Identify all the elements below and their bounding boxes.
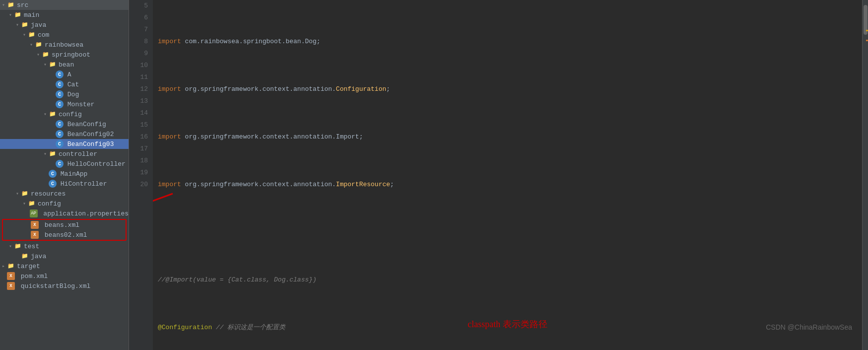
sidebar-item-java-test[interactable]: 📁 java <box>0 251 129 261</box>
keyword-import: import <box>158 179 185 191</box>
sidebar-item-label: MainApp <box>61 170 88 178</box>
sidebar-item-config[interactable]: ▾ 📁 config <box>0 109 129 119</box>
sidebar-item-com[interactable]: ▾ 📁 com <box>0 30 129 40</box>
expand-arrow: ▾ <box>42 62 49 68</box>
code-line-9 <box>158 226 862 238</box>
expand-arrow: ▾ <box>42 111 49 117</box>
class-icon: C <box>56 160 64 168</box>
sidebar-item-label: Cat <box>67 81 79 88</box>
sidebar-item-HiController[interactable]: C HiController <box>0 179 129 189</box>
arrow-annotation <box>153 184 222 253</box>
xml-icon: X <box>31 221 39 229</box>
code-line-10: //@Import(value = {Cat.class, Dog.class}… <box>158 274 862 286</box>
sidebar-item-label: BeanConfig <box>67 121 106 128</box>
keyword-import: import <box>158 36 185 48</box>
class-icon: C <box>49 170 57 178</box>
sidebar-item-label: HiController <box>61 180 107 188</box>
code-text: ; <box>386 83 390 95</box>
properties-icon: AP <box>30 210 38 217</box>
sidebar-item-label: rainbowsea <box>45 41 83 49</box>
sidebar-item-bean[interactable]: ▾ 📁 bean <box>0 60 129 70</box>
class-icon: C <box>56 120 64 128</box>
xml-icon: X <box>7 272 15 280</box>
sidebar-item-quickstart-xml[interactable]: X quickstartBlog.xml <box>0 281 129 291</box>
line-num-17: 17 <box>129 143 148 155</box>
sidebar-item-application-properties[interactable]: AP application.properties <box>0 209 129 218</box>
expand-arrow: ▾ <box>7 243 14 249</box>
line-num-7: 7 <box>129 24 148 36</box>
sidebar-item-src[interactable]: ▾ 📁 src <box>0 0 129 10</box>
sidebar-item-label: controller <box>59 150 97 158</box>
sidebar-item-Monster[interactable]: C Monster <box>0 99 129 109</box>
line-num-13: 13 <box>129 95 148 107</box>
sidebar-item-label: Monster <box>67 101 95 108</box>
sidebar-item-HelloController[interactable]: C HelloController <box>0 159 129 169</box>
sidebar-item-label: pom.xml <box>21 273 48 280</box>
class-icon: C <box>49 180 57 188</box>
line-num-12: 12 <box>129 83 148 95</box>
sidebar-item-BeanConfig02[interactable]: C BeanConfig02 <box>0 129 129 139</box>
sidebar-item-label: config <box>59 111 82 118</box>
class-icon: C <box>56 70 64 78</box>
line-numbers: 5 6 7 8 9 10 11 12 13 14 15 16 17 18 19 … <box>129 0 153 350</box>
sidebar-item-controller[interactable]: ▾ 📁 controller <box>0 149 129 159</box>
sidebar-item-A[interactable]: C A <box>0 70 129 79</box>
sidebar-item-label: A <box>67 71 71 78</box>
line-num-16: 16 <box>129 131 148 143</box>
sidebar-item-rainbowsea[interactable]: ▾ 📁 rainbowsea <box>0 40 129 50</box>
sidebar-item-label: BeanConfig03 <box>67 140 114 148</box>
sidebar-item-Cat[interactable]: C Cat <box>0 79 129 89</box>
sidebar-item-label: springboot <box>52 51 90 59</box>
sidebar-item-main[interactable]: ▾ 📁 main <box>0 10 129 20</box>
folder-icon: 📁 <box>7 262 15 270</box>
sidebar-item-config-res[interactable]: ▾ 📁 config <box>0 199 129 209</box>
watermark: CSDN @ChinaRainbowSea <box>750 309 852 345</box>
sidebar-item-BeanConfig03[interactable]: C BeanConfig03 <box>0 139 129 149</box>
class-icon: C <box>56 100 64 108</box>
sidebar-item-beans-xml[interactable]: X beans.xml <box>3 220 126 230</box>
folder-icon: 📁 <box>14 11 22 19</box>
line-num-9: 9 <box>129 48 148 60</box>
code-text: org.springframework.context.annotation.I… <box>185 131 363 143</box>
code-text: ; <box>390 179 394 191</box>
class-ref: Configuration <box>336 83 386 95</box>
scroll-mark-2 <box>866 40 868 41</box>
folder-icon: 📁 <box>28 31 36 39</box>
expand-arrow: ▾ <box>14 191 21 197</box>
sidebar-item-Dog[interactable]: C Dog <box>0 89 129 99</box>
sidebar-item-label: quickstartBlog.xml <box>21 282 90 290</box>
folder-icon: 📁 <box>21 190 29 198</box>
folder-icon: 📁 <box>49 61 57 69</box>
redbox-xml-files: X beans.xml X beans02.xml <box>2 219 127 241</box>
code-text: org.springframework.context.annotation. <box>185 83 336 95</box>
line-num-19: 19 <box>129 167 148 179</box>
folder-icon: 📁 <box>21 21 29 29</box>
vertical-scrollbar[interactable] <box>862 0 868 350</box>
sidebar-item-label: com <box>38 31 49 39</box>
code-text: com.rainbowsea.springboot.bean.Dog; <box>185 36 321 48</box>
expand-arrow: ▾ <box>7 12 14 18</box>
sidebar-item-test[interactable]: ▾ 📁 test <box>0 241 129 251</box>
sidebar-item-label: beans02.xml <box>45 231 87 239</box>
sidebar-item-beans02-xml[interactable]: X beans02.xml <box>3 230 126 240</box>
folder-icon: 📁 <box>7 1 15 9</box>
sidebar-item-label: Dog <box>67 91 79 98</box>
sidebar-item-target[interactable]: ▸ 📁 target <box>0 261 129 271</box>
code-editor: 5 6 7 8 9 10 11 12 13 14 15 16 17 18 19 … <box>129 0 868 350</box>
sidebar-item-pom-xml[interactable]: X pom.xml <box>0 271 129 281</box>
line-num-20: 20 <box>129 179 148 191</box>
class-ref: ImportResource <box>336 179 390 191</box>
folder-icon: 📁 <box>14 242 22 250</box>
line-num-10: 10 <box>129 60 148 71</box>
sidebar-item-springboot[interactable]: ▾ 📁 springboot <box>0 50 129 60</box>
class-icon: C <box>56 140 64 148</box>
code-text <box>212 322 216 334</box>
sidebar-item-BeanConfig[interactable]: C BeanConfig <box>0 119 129 129</box>
xml-icon: X <box>7 282 15 290</box>
sidebar-item-MainApp[interactable]: C MainApp <box>0 169 129 179</box>
sidebar-item-resources[interactable]: ▾ 📁 resources <box>0 189 129 199</box>
file-tree[interactable]: ▾ 📁 src ▾ 📁 main ▾ 📁 java ▾ 📁 com ▾ 📁 ra… <box>0 0 129 350</box>
sidebar-item-java[interactable]: ▾ 📁 java <box>0 20 129 30</box>
line-num-15: 15 <box>129 119 148 131</box>
folder-icon: 📁 <box>21 252 29 260</box>
